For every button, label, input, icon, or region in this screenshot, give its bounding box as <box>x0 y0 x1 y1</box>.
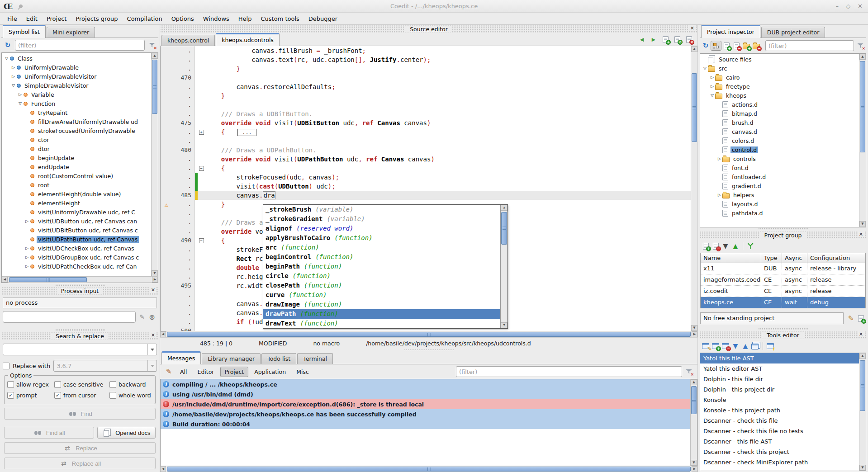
symbol-item[interactable]: ▽Class <box>2 54 151 63</box>
scroll-right-icon[interactable]: ▶ <box>692 331 697 337</box>
symbol-item[interactable]: root <box>2 180 151 189</box>
maximize-button[interactable]: ◇ <box>846 3 850 9</box>
close-panel-icon[interactable]: ✕ <box>150 287 156 293</box>
add-doc-icon[interactable]: + <box>660 35 670 44</box>
code-line[interactable]: 480 /// Draws a UDPathButton. <box>161 146 691 155</box>
tool-item[interactable]: Konsole <box>700 395 859 405</box>
clone-tool-icon[interactable] <box>750 341 760 350</box>
close-panel-icon[interactable]: ✕ <box>858 331 864 337</box>
tab-messages[interactable]: Messages <box>161 351 201 364</box>
column-header-async[interactable]: Async <box>782 253 807 263</box>
menu-help[interactable]: Help <box>234 14 256 24</box>
fold-icon[interactable]: + <box>199 130 204 135</box>
checkbox-allow-regex[interactable] <box>7 381 14 388</box>
tool-item[interactable]: Dolphin - this file dir <box>700 374 859 384</box>
tab-terminal[interactable]: Terminal <box>297 353 333 364</box>
move-down-icon[interactable]: ▼ <box>721 241 730 250</box>
file-item[interactable]: ▽src <box>700 64 859 73</box>
scroll-up-icon[interactable]: ▲ <box>859 54 866 60</box>
filter-application-button[interactable]: Application <box>250 367 290 377</box>
message-row[interactable]: iusing /usr/bin/dmd (dmd) <box>161 389 690 399</box>
file-item[interactable]: brush.d <box>700 118 859 127</box>
replace-combo[interactable]: 3.6.7 <box>53 360 157 372</box>
tab-kheops-udcontrols[interactable]: kheops.udcontrols <box>216 33 280 46</box>
code-line[interactable]: . strokeFocused(udc, canvas); <box>161 173 691 182</box>
run-tool-icon[interactable] <box>765 341 775 350</box>
file-item[interactable]: ▽kheops <box>700 91 859 100</box>
checkbox-prompt[interactable]: ✓ <box>7 392 14 399</box>
expander-icon[interactable]: ▷ <box>24 217 30 226</box>
symbol-item[interactable]: ctor <box>2 135 151 144</box>
scroll-down-icon[interactable]: ▼ <box>501 322 508 328</box>
symbol-item[interactable]: ▷visit(UDGroupBox udc, ref Canvas c <box>2 253 151 262</box>
close-button[interactable]: ✕ <box>858 3 863 9</box>
editor-vscrollbar[interactable]: ▲ ▼ <box>691 46 697 331</box>
scroll-down-icon[interactable]: ▼ <box>152 270 158 276</box>
replace-with-checkbox[interactable] <box>3 363 9 369</box>
expander-icon[interactable]: ▷ <box>10 72 16 81</box>
expander-icon[interactable]: ▷ <box>17 90 23 99</box>
funnel-clear-icon[interactable]: × <box>855 41 865 50</box>
messages-funnel-icon[interactable]: × <box>684 367 694 376</box>
scroll-down-icon[interactable]: ▼ <box>859 465 866 471</box>
file-item[interactable]: gradient.d <box>700 181 859 190</box>
refresh-icon[interactable]: ↻ <box>3 41 13 50</box>
scroll-thumb[interactable] <box>860 360 865 411</box>
symbol-item[interactable]: ▷Variable <box>2 90 151 99</box>
scroll-right-icon[interactable]: ▶ <box>692 466 697 472</box>
reset-doc-icon[interactable]: ↺ <box>672 35 682 44</box>
symbol-item[interactable]: ▷UniformlyDrawable <box>2 63 151 72</box>
editor-hscrollbar[interactable]: ◀ ▶ <box>160 331 697 337</box>
search-combo[interactable] <box>3 344 157 355</box>
splitter-grip[interactable] <box>1 283 158 287</box>
symbol-item[interactable]: fillDrawArea(UniformlyDrawable ud <box>2 117 151 126</box>
symbol-item[interactable]: visit(UDPathButton udc, ref Canvas <box>2 235 151 244</box>
funnel-clear-icon[interactable]: × <box>147 41 157 50</box>
symbol-filter-input[interactable] <box>15 40 145 51</box>
binoc-icon[interactable] <box>67 409 77 418</box>
fold-icon[interactable]: − <box>199 238 204 243</box>
checkbox-backward[interactable] <box>109 381 116 388</box>
completion-item[interactable]: circle(function) <box>263 271 500 281</box>
add-file-icon[interactable]: + <box>856 314 866 323</box>
add-folder-icon[interactable]: + <box>741 41 751 50</box>
file-item[interactable]: ▷helpers <box>700 190 859 199</box>
symbol-item[interactable]: tryRepaint <box>2 108 151 117</box>
copy-icon[interactable] <box>102 428 112 437</box>
scroll-thumb[interactable] <box>691 386 697 414</box>
expander-icon[interactable]: ▷ <box>24 253 30 262</box>
filter-project-button[interactable]: Project <box>220 367 249 377</box>
symbol-item[interactable]: ▷visit(UDCheckBox udc, ref Canvas <box>2 244 151 253</box>
tool-item[interactable]: Yatol this file AST <box>700 353 859 363</box>
cancel-icon[interactable]: ⊗ <box>147 312 157 321</box>
filter-all-button[interactable]: All <box>175 367 192 377</box>
close-panel-icon[interactable]: ✕ <box>858 231 864 237</box>
send-icon[interactable]: ✎ <box>137 312 147 321</box>
close-panel-icon[interactable]: ✕ <box>150 332 156 338</box>
expander-icon[interactable]: ▷ <box>709 82 715 91</box>
pencil-icon[interactable]: ✎ <box>846 314 856 323</box>
table-row[interactable]: imageformats.coeditCEasyncrelease <box>701 274 865 286</box>
remove-file-icon[interactable]: − <box>711 241 721 250</box>
completion-scrollbar[interactable]: ▲ ▼ <box>500 205 508 328</box>
code-editor[interactable]: . canvas.fillBrush = _brushFont;. canvas… <box>161 46 691 331</box>
table-row[interactable]: iz.coeditCEasyncrelease <box>701 286 865 297</box>
splitter-grip[interactable] <box>160 349 697 352</box>
file-item[interactable]: colors.d <box>700 136 859 145</box>
chevron-down-icon[interactable] <box>147 344 157 355</box>
menu-custom-tools[interactable]: Custom tools <box>256 14 304 24</box>
expander-icon[interactable]: ▷ <box>716 190 722 199</box>
tab-todo-list[interactable]: Todo list <box>261 353 296 364</box>
expander-icon[interactable]: ▽ <box>4 54 9 63</box>
splitter-grip[interactable] <box>700 327 866 331</box>
tab-mini-explorer[interactable]: Mini explorer <box>47 27 95 38</box>
code-line[interactable]: 475 override void visit(UDBitButton udc,… <box>161 118 691 127</box>
splitter-grip[interactable] <box>1 328 158 332</box>
symbol-item[interactable]: visit(UDBitButton udc, ref Canvas c <box>2 226 151 235</box>
menu-compilation[interactable]: Compilation <box>123 14 167 24</box>
clear-messages-icon[interactable]: ✎ <box>164 367 174 376</box>
merge-icon[interactable] <box>745 241 755 250</box>
completion-item[interactable]: drawImage(function) <box>263 300 500 309</box>
symbol-item[interactable]: endUpdate <box>2 162 151 171</box>
remove-folder-icon[interactable]: − <box>751 41 761 50</box>
